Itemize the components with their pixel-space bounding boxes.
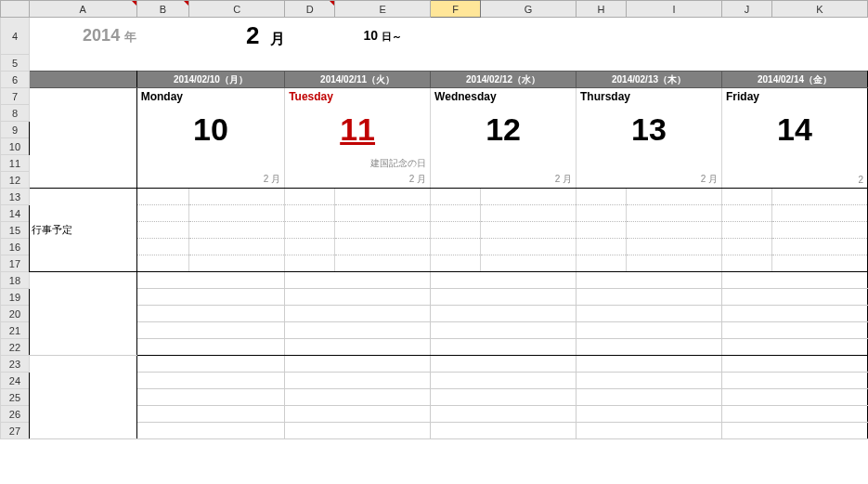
cell[interactable] <box>285 255 335 272</box>
cell[interactable] <box>772 205 868 222</box>
cell[interactable] <box>721 339 867 356</box>
col-header[interactable]: D <box>285 1 335 18</box>
row-header[interactable]: 10 <box>1 138 30 155</box>
row-header[interactable]: 22 <box>1 339 30 356</box>
cell[interactable] <box>136 239 189 255</box>
day-note[interactable]: 建国記念の日 <box>285 155 431 172</box>
day-number-holiday[interactable]: 11 <box>285 105 431 155</box>
cell[interactable] <box>481 222 577 239</box>
row-header[interactable]: 18 <box>1 272 30 289</box>
col-header-selected[interactable]: F <box>431 1 481 18</box>
row-header[interactable]: 7 <box>1 88 30 105</box>
cell[interactable] <box>285 205 335 222</box>
cell[interactable] <box>136 189 189 205</box>
month-tag[interactable]: 2 月 <box>431 172 577 189</box>
cell[interactable] <box>577 255 627 272</box>
day-number[interactable]: 14 <box>721 105 867 155</box>
cell[interactable] <box>136 406 285 423</box>
row-header[interactable]: 20 <box>1 306 30 322</box>
row-header[interactable]: 4 <box>1 18 30 55</box>
cell[interactable] <box>721 373 867 389</box>
cell[interactable] <box>431 322 577 339</box>
cell[interactable] <box>627 189 722 205</box>
cell[interactable] <box>189 189 285 205</box>
date-header[interactable]: 2014/02/12（水） <box>431 72 577 88</box>
row-header[interactable]: 13 <box>1 189 30 205</box>
cell[interactable] <box>721 255 771 272</box>
cell[interactable] <box>721 189 771 205</box>
row-header[interactable]: 5 <box>1 55 30 72</box>
cell[interactable] <box>721 205 771 222</box>
cell[interactable] <box>481 205 577 222</box>
col-header[interactable]: I <box>627 1 722 18</box>
day-number[interactable]: 12 <box>431 105 577 155</box>
cell[interactable] <box>29 55 867 72</box>
cell[interactable] <box>136 289 285 306</box>
row-header[interactable]: 21 <box>1 322 30 339</box>
cell[interactable] <box>431 205 481 222</box>
cell[interactable] <box>431 373 577 389</box>
cell[interactable] <box>285 373 431 389</box>
cell[interactable] <box>136 423 285 439</box>
cell[interactable] <box>136 255 189 272</box>
row-header[interactable]: 9 <box>1 122 30 138</box>
date-header[interactable]: 2014/02/11（火） <box>285 72 431 88</box>
cell[interactable] <box>431 289 577 306</box>
day-number[interactable]: 10 <box>136 105 285 155</box>
col-header[interactable]: G <box>481 1 577 18</box>
cell[interactable] <box>431 406 577 423</box>
row-header[interactable]: 26 <box>1 406 30 423</box>
col-header[interactable]: A <box>29 1 136 18</box>
cell[interactable] <box>627 205 722 222</box>
row-header[interactable]: 24 <box>1 373 30 389</box>
date-header[interactable]: 2014/02/14（金） <box>721 72 867 88</box>
cell[interactable] <box>772 189 868 205</box>
cell[interactable] <box>481 239 577 255</box>
cell[interactable] <box>721 389 867 406</box>
cell[interactable] <box>577 272 722 289</box>
cell[interactable] <box>189 255 285 272</box>
day-note[interactable] <box>721 155 867 172</box>
day-number[interactable]: 13 <box>577 105 722 155</box>
cell[interactable] <box>189 205 285 222</box>
cell[interactable] <box>335 239 431 255</box>
month-tag[interactable]: 2 月 <box>577 172 722 189</box>
cell[interactable] <box>431 222 481 239</box>
cell[interactable] <box>481 189 577 205</box>
cell[interactable] <box>577 389 722 406</box>
date-header[interactable]: 2014/02/13（木） <box>577 72 722 88</box>
cell[interactable] <box>721 423 867 439</box>
cell[interactable] <box>285 239 335 255</box>
col-header[interactable]: K <box>772 1 868 18</box>
cell[interactable] <box>721 289 867 306</box>
cell[interactable] <box>136 356 285 373</box>
day-note[interactable] <box>577 155 722 172</box>
row-header[interactable]: 16 <box>1 239 30 255</box>
month-tag[interactable]: 2 月 <box>136 172 285 189</box>
cell[interactable] <box>136 322 285 339</box>
row-header[interactable]: 15 <box>1 222 30 239</box>
month-tag[interactable]: 2 <box>721 172 867 189</box>
row-header[interactable]: 27 <box>1 423 30 439</box>
cell[interactable] <box>577 322 722 339</box>
cell[interactable] <box>577 239 627 255</box>
column-header-row[interactable]: A B C D E F G H I J K <box>1 1 868 18</box>
col-header[interactable]: B <box>136 1 189 18</box>
cell[interactable] <box>627 255 722 272</box>
cell[interactable] <box>335 222 431 239</box>
row-header[interactable]: 8 <box>1 105 30 122</box>
cell[interactable] <box>136 389 285 406</box>
cell[interactable] <box>577 423 722 439</box>
weekday-label[interactable]: Wednesday <box>431 88 577 105</box>
cell[interactable] <box>577 189 627 205</box>
cell[interactable] <box>285 289 431 306</box>
cell[interactable] <box>721 272 867 289</box>
cell[interactable] <box>431 423 577 439</box>
cell[interactable] <box>29 356 136 439</box>
cell[interactable] <box>772 222 868 239</box>
cell[interactable] <box>577 306 722 322</box>
cell[interactable] <box>577 222 627 239</box>
cell[interactable] <box>431 306 577 322</box>
cell[interactable] <box>627 239 722 255</box>
cell[interactable] <box>29 105 136 155</box>
